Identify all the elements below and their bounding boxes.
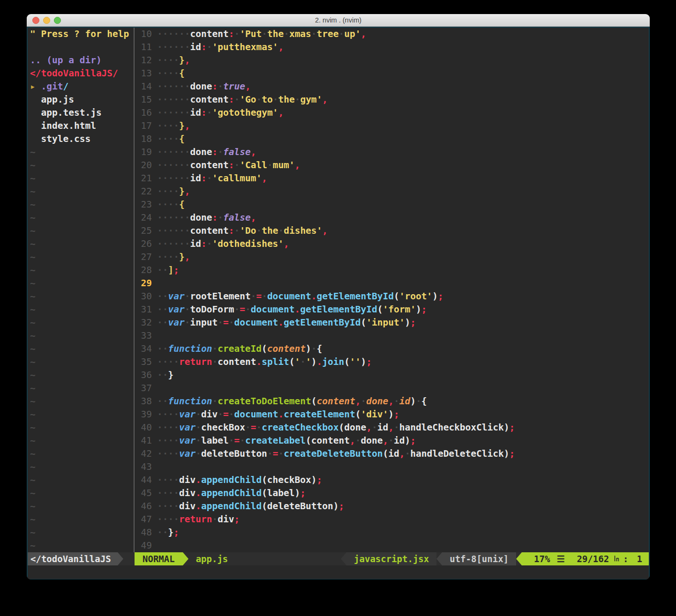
terminal-window: 2. nvim . (nvim) " Press ? for help.. (u… xyxy=(27,14,650,579)
line-number: 38 xyxy=(135,395,152,408)
code-line[interactable]: 32··var·input·=·document.getElementById(… xyxy=(135,316,649,329)
code-line[interactable]: 34··function·createId(content)·{ xyxy=(135,342,649,356)
empty-buffer-tilde: ~ xyxy=(28,198,134,211)
line-number: 47 xyxy=(135,513,152,526)
code-line[interactable]: 27····}, xyxy=(135,251,649,264)
code-line[interactable]: 26······id:·'dothedishes', xyxy=(135,237,649,251)
code-line[interactable]: 33 xyxy=(135,329,649,342)
code-line[interactable]: 44····div.appendChild(checkBox); xyxy=(135,474,649,487)
code-line[interactable]: 38··function·createToDoElement(content,·… xyxy=(135,395,649,408)
code-line[interactable]: 45····div.appendChild(label); xyxy=(135,487,649,500)
code-line[interactable]: 48··}; xyxy=(135,526,649,539)
status-spacer xyxy=(235,552,341,565)
code-line[interactable]: 39····var·div·=·document.createElement('… xyxy=(135,408,649,421)
code-line[interactable]: 16······id:·'gotothegym', xyxy=(135,106,649,119)
code-line[interactable]: 10······content:·'Put·the·xmas·tree·up', xyxy=(135,28,649,41)
line-of-total: 29/162 xyxy=(577,552,609,565)
code-line[interactable]: 35····return·content.split('·').join('')… xyxy=(135,356,649,369)
command-line[interactable] xyxy=(28,565,649,579)
code-line[interactable]: 36··} xyxy=(135,369,649,382)
code-line[interactable]: 18····{ xyxy=(135,133,649,146)
empty-buffer-tilde: ~ xyxy=(28,342,134,356)
code-line[interactable]: 40····var·checkBox·=·createCheckbox(done… xyxy=(135,421,649,434)
code-line[interactable]: 41····var·label·=·createLabel(content,·d… xyxy=(135,434,649,447)
line-number: 31 xyxy=(135,303,152,316)
empty-buffer-tilde: ~ xyxy=(28,356,134,369)
status-filetype: javascript.jsx xyxy=(346,552,436,565)
line-number: 17 xyxy=(135,119,152,133)
empty-buffer-tilde: ~ xyxy=(28,447,134,460)
code-line[interactable]: 31··var·toDoForm·=·document.getElementBy… xyxy=(135,303,649,316)
powerline-arrow-icon xyxy=(183,552,188,565)
code-line[interactable]: 46····div.appendChild(deleteButton); xyxy=(135,500,649,513)
code-line[interactable]: 20······content:·'Call·mum', xyxy=(135,159,649,172)
code-line[interactable]: 19······done:·false, xyxy=(135,146,649,159)
tree-item[interactable]: app.test.js xyxy=(28,106,134,119)
line-number: 29 xyxy=(135,277,152,290)
tree-item[interactable]: " Press ? for help xyxy=(28,28,134,41)
powerline-arrow-icon xyxy=(341,552,346,565)
code-line[interactable]: 17····}, xyxy=(135,119,649,133)
empty-buffer-tilde: ~ xyxy=(28,237,134,251)
tree-item[interactable]: index.html xyxy=(28,119,134,133)
line-number: 40 xyxy=(135,421,152,434)
tree-item[interactable]: </todoVanillaJS/ xyxy=(28,67,134,80)
empty-buffer-tilde: ~ xyxy=(28,487,134,500)
title-bar[interactable]: 2. nvim . (nvim) xyxy=(27,14,650,27)
code-line[interactable]: 14······done:·true, xyxy=(135,80,649,93)
line-number: 49 xyxy=(135,539,152,552)
empty-buffer-tilde: ~ xyxy=(28,159,134,172)
line-number: 27 xyxy=(135,251,152,264)
tree-item[interactable]: app.js xyxy=(28,93,134,106)
line-number: 39 xyxy=(135,408,152,421)
code-line[interactable]: 22····}, xyxy=(135,185,649,198)
line-number: 41 xyxy=(135,434,152,447)
line-number-icon: ㏑ xyxy=(613,552,620,565)
empty-buffer-tilde: ~ xyxy=(28,172,134,185)
empty-buffer-tilde: ~ xyxy=(28,500,134,513)
line-number: 19 xyxy=(135,146,152,159)
line-number: 22 xyxy=(135,185,152,198)
code-line[interactable]: 21······id:·'callmum', xyxy=(135,172,649,185)
scroll-percent: 17% xyxy=(534,552,550,565)
empty-buffer-tilde: ~ xyxy=(28,382,134,395)
line-number: 23 xyxy=(135,198,152,211)
code-line[interactable]: 13····{ xyxy=(135,67,649,80)
code-line[interactable]: 24······done:·false, xyxy=(135,211,649,224)
sidebar-status-path: </todoVanillaJS xyxy=(28,552,118,565)
line-number: 45 xyxy=(135,487,152,500)
empty-buffer-tilde: ~ xyxy=(28,316,134,329)
tree-item[interactable] xyxy=(28,41,134,54)
code-line[interactable]: 43 xyxy=(135,460,649,474)
tree-item[interactable]: style.css xyxy=(28,133,134,146)
line-number: 48 xyxy=(135,526,152,539)
empty-buffer-tilde: ~ xyxy=(28,395,134,408)
code-line[interactable]: 30··var·rootElement·=·document.getElemen… xyxy=(135,290,649,303)
code-line[interactable]: 29 xyxy=(135,277,649,290)
code-line[interactable]: 15······content:·'Go·to·the·gym', xyxy=(135,93,649,106)
code-line[interactable]: 47····return·div; xyxy=(135,513,649,526)
code-line[interactable]: 49 xyxy=(135,539,649,552)
powerline-arrow-icon xyxy=(516,552,522,565)
code-line[interactable]: 11······id:·'putthexmas', xyxy=(135,41,649,54)
empty-buffer-tilde: ~ xyxy=(28,264,134,277)
mode-indicator: NORMAL xyxy=(135,552,183,565)
line-number: 35 xyxy=(135,356,152,369)
empty-buffer-tilde: ~ xyxy=(28,146,134,159)
line-number: 16 xyxy=(135,106,152,119)
empty-buffer-tilde: ~ xyxy=(28,290,134,303)
line-number: 26 xyxy=(135,237,152,251)
code-line[interactable]: 23····{ xyxy=(135,198,649,211)
code-line[interactable]: 12····}, xyxy=(135,54,649,67)
line-number: 18 xyxy=(135,133,152,146)
code-line[interactable]: 25······content:·'Do·the·dishes', xyxy=(135,224,649,237)
code-line[interactable]: 37 xyxy=(135,382,649,395)
tree-item[interactable]: ▸ .git/ xyxy=(28,80,134,93)
code-line[interactable]: 42····var·deleteButton·=·createDeleteBut… xyxy=(135,447,649,460)
tree-item[interactable]: .. (up a dir) xyxy=(28,54,134,67)
code-editor[interactable]: 10······content:·'Put·the·xmas·tree·up',… xyxy=(135,28,649,552)
line-number: 11 xyxy=(135,41,152,54)
empty-buffer-tilde: ~ xyxy=(28,513,134,526)
code-line[interactable]: 28··]; xyxy=(135,264,649,277)
line-number: 10 xyxy=(135,28,152,41)
